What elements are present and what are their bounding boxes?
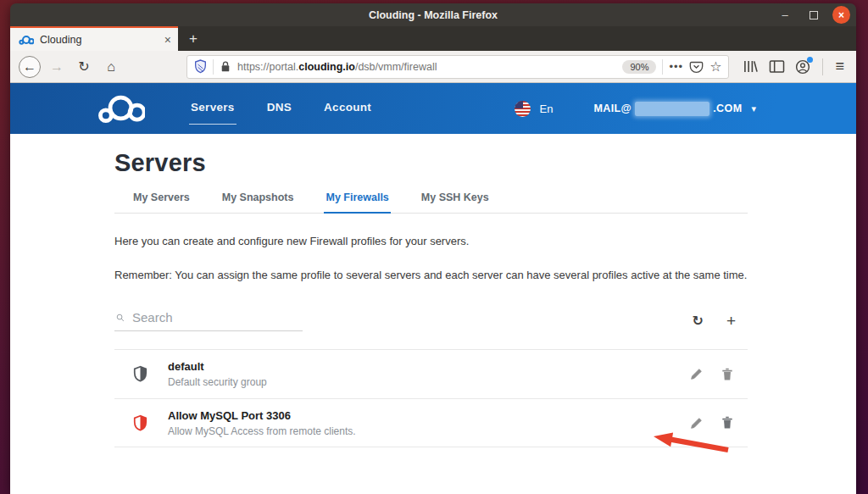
refresh-list-icon[interactable]: ↻ bbox=[692, 313, 703, 329]
firewall-description: Allow MySQL Access from remote clients. bbox=[168, 425, 356, 437]
search-icon bbox=[116, 312, 125, 324]
hamburger-menu-icon[interactable]: ≡ bbox=[835, 58, 844, 75]
browser-tab-clouding[interactable]: Clouding × bbox=[10, 26, 178, 51]
edit-pencil-icon[interactable] bbox=[690, 417, 703, 430]
clouding-favicon-icon bbox=[19, 35, 34, 45]
firewall-row-text: Allow MySQL Port 3306 Allow MySQL Access… bbox=[168, 409, 356, 437]
firewall-row-text: default Default security group bbox=[168, 360, 267, 388]
toolbar-separator bbox=[822, 58, 823, 75]
site-nav: Servers DNS Account bbox=[191, 101, 371, 117]
firewall-name: default bbox=[168, 360, 267, 373]
email-suffix: .COM bbox=[713, 103, 742, 114]
window-title: Clouding - Mozilla Firefox bbox=[369, 9, 498, 21]
firewall-row-default[interactable]: default Default security group bbox=[114, 349, 748, 398]
toolbar-right-cluster: ≡ bbox=[734, 58, 848, 75]
account-notification-dot bbox=[807, 57, 813, 63]
url-protocol: https://portal. bbox=[237, 61, 298, 73]
page-tabs: My Servers My Snapshots My Firewalls My … bbox=[114, 191, 748, 214]
chevron-down-icon: ▾ bbox=[751, 103, 756, 114]
tab-title: Clouding bbox=[40, 34, 159, 46]
lock-icon bbox=[220, 60, 231, 73]
tab-my-snapshots[interactable]: My Snapshots bbox=[220, 191, 296, 213]
minimize-button[interactable]: – bbox=[775, 5, 795, 25]
firefox-window: Clouding - Mozilla Firefox – × Clouding … bbox=[10, 3, 856, 494]
forward-button[interactable]: → bbox=[46, 56, 68, 78]
firewall-row-mysql[interactable]: Allow MySQL Port 3306 Allow MySQL Access… bbox=[114, 398, 748, 447]
delete-trash-icon[interactable] bbox=[721, 368, 733, 381]
tracking-protection-shield-icon[interactable] bbox=[194, 59, 207, 74]
site-header: Servers DNS Account En MAIL@ .COM ▾ bbox=[10, 83, 856, 134]
clouding-logo[interactable] bbox=[97, 93, 145, 124]
list-actions: ↻ + bbox=[692, 312, 748, 330]
urlbar-separator bbox=[213, 59, 214, 75]
nav-item-dns[interactable]: DNS bbox=[267, 101, 292, 117]
url-bar[interactable]: https://portal.clouding.io/dsb/vmm/firew… bbox=[186, 55, 729, 79]
firewall-name: Allow MySQL Port 3306 bbox=[168, 409, 356, 422]
firefox-account-button[interactable] bbox=[795, 59, 810, 75]
search-box[interactable] bbox=[114, 310, 303, 331]
tab-my-firewalls[interactable]: My Firewalls bbox=[324, 191, 390, 213]
nav-item-account[interactable]: Account bbox=[324, 101, 371, 117]
maximize-icon bbox=[810, 11, 818, 19]
library-icon[interactable] bbox=[743, 59, 759, 74]
firewall-list: default Default security group bbox=[114, 349, 748, 447]
page-title: Servers bbox=[114, 149, 856, 177]
maximize-button[interactable] bbox=[804, 5, 824, 25]
search-row: ↻ + bbox=[114, 310, 748, 331]
email-redacted-blur bbox=[635, 102, 709, 116]
reload-button[interactable]: ↻ bbox=[73, 56, 95, 78]
email-prefix: MAIL@ bbox=[593, 103, 632, 114]
intro-text: Here you can create and configure new Fi… bbox=[114, 235, 856, 247]
page-actions-icon[interactable]: ••• bbox=[669, 60, 683, 73]
back-button[interactable]: ← bbox=[19, 56, 41, 78]
search-input[interactable] bbox=[132, 310, 301, 325]
pocket-icon[interactable] bbox=[689, 60, 704, 74]
tab-my-servers[interactable]: My Servers bbox=[131, 191, 192, 213]
shield-icon bbox=[132, 365, 148, 383]
header-account-cluster: En MAIL@ .COM ▾ bbox=[515, 101, 856, 117]
new-tab-button[interactable]: + bbox=[178, 26, 209, 51]
tab-close-icon[interactable]: × bbox=[164, 33, 171, 47]
sidebar-toggle-icon[interactable] bbox=[769, 59, 785, 74]
close-button[interactable]: × bbox=[832, 6, 850, 24]
language-label[interactable]: En bbox=[540, 103, 554, 115]
us-flag-icon[interactable] bbox=[515, 101, 531, 117]
window-controls: – × bbox=[775, 3, 850, 26]
account-email-menu[interactable]: MAIL@ .COM ▾ bbox=[593, 102, 756, 116]
url-path: /dsb/vmm/firewall bbox=[355, 61, 437, 73]
url-domain: clouding.io bbox=[298, 61, 355, 73]
add-firewall-icon[interactable]: + bbox=[726, 312, 736, 330]
row-actions bbox=[690, 368, 748, 381]
edit-pencil-icon[interactable] bbox=[690, 368, 703, 380]
tab-my-ssh-keys[interactable]: My SSH Keys bbox=[420, 191, 491, 213]
zoom-level-badge[interactable]: 90% bbox=[622, 60, 656, 74]
row-actions bbox=[690, 416, 748, 430]
nav-item-servers[interactable]: Servers bbox=[191, 101, 235, 117]
note-text: Remember: You can assign the same profil… bbox=[114, 267, 759, 284]
tab-strip: Clouding × + bbox=[10, 26, 856, 51]
delete-trash-icon[interactable] bbox=[721, 416, 733, 430]
firewall-description: Default security group bbox=[168, 376, 267, 388]
shield-icon bbox=[132, 414, 148, 432]
window-titlebar: Clouding - Mozilla Firefox – × bbox=[10, 3, 856, 26]
page-content: Servers My Servers My Snapshots My Firew… bbox=[10, 134, 856, 494]
home-button[interactable]: ⌂ bbox=[100, 56, 122, 78]
url-text: https://portal.clouding.io/dsb/vmm/firew… bbox=[237, 61, 616, 73]
bookmark-star-icon[interactable]: ☆ bbox=[709, 58, 721, 75]
nav-toolbar: ← → ↻ ⌂ https://portal.clouding.io/dsb/v… bbox=[10, 51, 856, 83]
urlbar-separator-2 bbox=[662, 59, 663, 75]
